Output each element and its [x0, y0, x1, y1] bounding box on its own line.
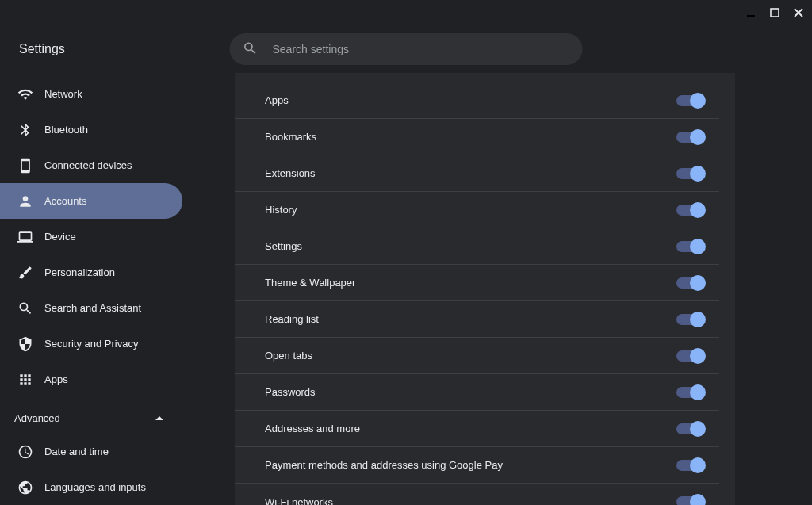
- sidebar-item-date-time[interactable]: Date and time: [0, 434, 182, 469]
- sync-row-label: Reading list: [265, 313, 319, 325]
- sync-row-reading-list: Reading list: [235, 301, 719, 338]
- content-area: Apps Bookmarks Extensions History: [222, 73, 812, 505]
- header: Settings: [0, 25, 812, 73]
- sidebar-item-languages-inputs[interactable]: Languages and inputs: [0, 469, 182, 505]
- toggle-passwords[interactable]: [676, 387, 703, 398]
- sync-row-bookmarks: Bookmarks: [235, 119, 719, 155]
- toggle-reading-list[interactable]: [676, 314, 703, 325]
- window-close-button[interactable]: [791, 6, 806, 20]
- window-minimize-button[interactable]: [744, 6, 758, 20]
- clock-icon: [17, 444, 33, 460]
- sync-row-history: History: [235, 192, 719, 228]
- page-title: Settings: [19, 42, 65, 56]
- sidebar-advanced-toggle[interactable]: Advanced: [0, 402, 182, 434]
- sync-row-label: Wi-Fi networks: [265, 496, 333, 506]
- sidebar-item-personalization[interactable]: Personalization: [0, 254, 182, 290]
- sidebar-item-connected-devices[interactable]: Connected devices: [0, 147, 182, 183]
- toggle-settings[interactable]: [676, 241, 703, 252]
- toggle-apps[interactable]: [676, 95, 703, 106]
- sidebar-item-device[interactable]: Device: [0, 219, 182, 254]
- sidebar-item-search-assistant[interactable]: Search and Assistant: [0, 290, 182, 326]
- svg-rect-0: [747, 15, 755, 17]
- sync-row-label: Bookmarks: [265, 131, 316, 143]
- laptop-icon: [17, 229, 33, 245]
- apps-grid-icon: [17, 372, 33, 388]
- sidebar-item-bluetooth[interactable]: Bluetooth: [0, 112, 182, 147]
- window-maximize-button[interactable]: [768, 6, 782, 20]
- toggle-payment-methods[interactable]: [676, 460, 703, 471]
- shield-icon: [17, 336, 33, 352]
- sidebar-item-label: Bluetooth: [44, 124, 88, 136]
- globe-icon: [17, 480, 33, 495]
- search-icon: [17, 300, 33, 316]
- sidebar-item-label: Network: [44, 88, 82, 100]
- toggle-bookmarks[interactable]: [676, 132, 703, 143]
- advanced-label: Advanced: [14, 412, 60, 424]
- bluetooth-icon: [17, 122, 33, 138]
- sync-row-open-tabs: Open tabs: [235, 338, 719, 374]
- sidebar-item-security-privacy[interactable]: Security and Privacy: [0, 326, 182, 362]
- sidebar-item-label: Device: [44, 231, 76, 243]
- sync-row-passwords: Passwords: [235, 374, 719, 411]
- svg-rect-1: [771, 9, 779, 17]
- sidebar-item-network[interactable]: Network: [0, 76, 182, 112]
- toggle-theme-wallpaper[interactable]: [676, 277, 703, 289]
- sync-row-theme-wallpaper: Theme & Wallpaper: [235, 265, 719, 301]
- sync-row-payment-methods: Payment methods and addresses using Goog…: [235, 447, 719, 484]
- sync-row-label: Theme & Wallpaper: [265, 277, 355, 289]
- sync-row-label: Payment methods and addresses using Goog…: [265, 459, 503, 471]
- sync-row-addresses: Addresses and more: [235, 411, 719, 447]
- sidebar-item-label: Connected devices: [44, 159, 132, 171]
- brush-icon: [17, 265, 33, 281]
- sync-settings-panel: Apps Bookmarks Extensions History: [235, 73, 735, 505]
- sidebar-item-apps[interactable]: Apps: [0, 362, 182, 397]
- search-input[interactable]: [273, 43, 570, 55]
- chevron-up-icon: [155, 416, 163, 420]
- sync-row-label: Settings: [265, 240, 302, 252]
- sync-row-label: Passwords: [265, 386, 316, 398]
- toggle-open-tabs[interactable]: [676, 350, 703, 362]
- sidebar-item-label: Search and Assistant: [44, 302, 141, 314]
- sync-row-apps: Apps: [235, 82, 719, 119]
- sidebar: Network Bluetooth Connected devices Acco…: [0, 73, 222, 505]
- search-icon: [243, 40, 259, 59]
- sync-row-label: Addresses and more: [265, 423, 360, 434]
- toggle-wifi-networks[interactable]: [676, 496, 703, 505]
- sync-row-label: Apps: [265, 94, 289, 106]
- sync-row-label: Extensions: [265, 167, 316, 179]
- toggle-addresses[interactable]: [676, 423, 703, 434]
- sidebar-item-label: Security and Privacy: [44, 338, 139, 350]
- sidebar-item-accounts[interactable]: Accounts: [0, 183, 182, 219]
- sidebar-item-label: Personalization: [44, 266, 115, 278]
- sync-row-wifi-networks: Wi-Fi networks: [235, 484, 719, 505]
- sidebar-item-label: Date and time: [44, 446, 109, 457]
- sidebar-item-label: Apps: [44, 373, 68, 385]
- wifi-icon: [17, 86, 33, 102]
- search-bar[interactable]: [230, 33, 583, 65]
- sync-row-settings: Settings: [235, 228, 719, 265]
- toggle-history[interactable]: [676, 205, 703, 216]
- person-icon: [17, 193, 33, 209]
- phone-icon: [17, 158, 33, 174]
- sidebar-item-label: Accounts: [44, 195, 86, 207]
- sync-row-label: History: [265, 204, 297, 216]
- sync-row-extensions: Extensions: [235, 155, 719, 192]
- toggle-extensions[interactable]: [676, 168, 703, 179]
- sidebar-item-label: Languages and inputs: [44, 481, 146, 493]
- window-titlebar: [0, 0, 812, 25]
- sync-row-label: Open tabs: [265, 350, 312, 362]
